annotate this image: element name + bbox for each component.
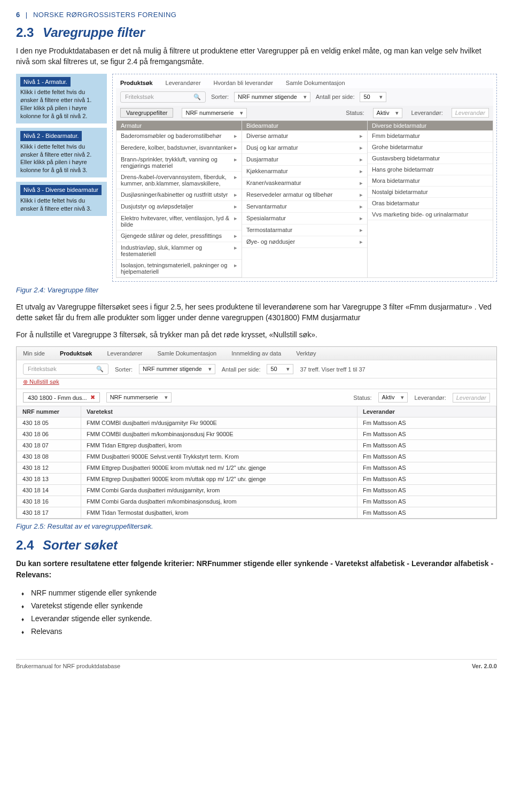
table-row[interactable]: 430 18 12FMM Ettgrep Dusjbatteri 9000E k… [17,462,496,474]
th-varetekst[interactable]: Varetekst [81,406,357,417]
chevron-right-icon[interactable]: ▸ [234,144,237,151]
search-input-2[interactable]: Fritekstsøk 🔍 [23,364,108,375]
app-screenshot-1: Produktsøk Leverandører Hvordan bli leve… [112,74,497,282]
sort-criteria-list: NRF nummer stigende eller synkende Varet… [21,586,497,638]
col2-header[interactable]: Bidearmatur [242,121,367,130]
leverandor-input[interactable]: Leverandør [452,108,489,118]
varegruppe-item[interactable]: Grohe bidetarmatur [368,142,493,153]
col3-header[interactable]: Diverse bidetarmatur [368,121,493,130]
varegruppe-item-label: Industriavløp, sluk, klammer og festemat… [121,244,234,257]
varegruppe-item[interactable]: Nostalgi bidetarmatur [368,187,493,198]
table-row[interactable]: 430 18 05FMM COMBI dusjbatteri m/dusjgar… [17,417,496,429]
varegruppe-item[interactable]: Kraner/vaskearmatur▸ [242,177,367,189]
nav2-leverandorer[interactable]: Leverandører [107,350,142,357]
nav-leverandorer[interactable]: Leverandører [166,80,201,86]
varegruppe-item[interactable]: Servantarmatur▸ [242,201,367,213]
varegruppe-item[interactable]: Mora bidetarmatur [368,175,493,187]
chevron-right-icon[interactable]: ▸ [360,156,363,163]
search-input[interactable]: Fritekstsøk 🔍 [120,91,206,103]
chevron-right-icon[interactable]: ▸ [234,191,237,198]
varegruppe-item[interactable]: Diverse armatur▸ [242,130,367,142]
nav2-innmelding[interactable]: Innmelding av data [231,350,281,357]
varegruppe-item[interactable]: Kjøkkenarmatur▸ [242,166,367,177]
chevron-right-icon[interactable]: ▸ [360,227,363,234]
chevron-right-icon[interactable]: ▸ [234,133,237,140]
chevron-right-icon[interactable]: ▸ [234,203,237,210]
nav2-minside[interactable]: Min side [23,350,45,357]
nav2-produktsok[interactable]: Produktsøk [60,350,92,357]
chevron-right-icon[interactable]: ▸ [360,180,363,187]
chevron-right-icon[interactable]: ▸ [234,233,237,239]
nrf-serie-select[interactable]: NRF nummerserie [182,108,247,118]
chevron-right-icon[interactable]: ▸ [234,156,237,169]
nrf-serie-select-2[interactable]: NRF nummerserie [106,392,172,403]
chevron-right-icon[interactable]: ▸ [360,133,363,140]
table-row[interactable]: 430 18 06FMM COMBI dusjbatteri m/kombina… [17,429,496,440]
varegruppe-item[interactable]: Fmm bidetarmatur [368,130,493,142]
chevron-right-icon[interactable]: ▸ [234,174,237,187]
varegruppe-item[interactable]: Vvs marketing bide- og urinalarmatur [368,209,493,220]
reset-search-link[interactable]: Nullstill søk [23,378,59,385]
varegruppe-item[interactable]: Beredere, kolber, badstuvner, isvanntank… [116,142,242,154]
table-row[interactable]: 430 18 17FMM Tidan Termostat dusjbatteri… [17,507,496,519]
table-row[interactable]: 430 18 16FMM Combi Garda dusjbatteri m/k… [17,496,496,507]
nav2-samle[interactable]: Samle Dokumentasjon [158,350,217,357]
annotation-3: Nivå 3 - Diverse bidearmatur Klikk i det… [16,182,107,216]
chevron-right-icon[interactable]: ▸ [360,203,363,210]
chevron-right-icon[interactable]: ▸ [234,262,237,275]
table-cell: FMM Tidan Termostat dusjbatteri, krom [81,507,357,519]
sort-select[interactable]: NRF nummer stigende [234,92,310,102]
chevron-right-icon[interactable]: ▸ [360,168,363,175]
nav2-verktoy[interactable]: Verktøy [296,350,316,357]
status-select-2[interactable]: Aktiv [378,392,408,403]
chevron-right-icon[interactable]: ▸ [234,215,237,228]
varegruppe-item[interactable]: Drens-/kabel-/overvannsystem, fiberduk, … [116,172,242,189]
varegruppe-item[interactable]: Industriavløp, sluk, klammer og festemat… [116,242,242,260]
sort-select-2[interactable]: NRF nummer stigende [139,364,215,374]
chevron-right-icon[interactable]: ▸ [360,144,363,151]
annotation-1: Nivå 1 - Armatur. Klikk i dette feltet h… [16,74,107,123]
leverandor-input-2[interactable]: Leverandør [453,393,490,403]
varegruppe-item[interactable]: Dusjløsninger/kabinetter og rustfritt ut… [116,189,242,201]
close-icon[interactable]: ✖ [90,394,95,401]
th-nrf[interactable]: NRF nummer [17,406,81,417]
perpage-select[interactable]: 50 [360,92,386,102]
varegruppe-item[interactable]: Baderomsmøbler og baderomstilbehør▸ [116,130,242,142]
varegruppe-item[interactable]: Dusj og kar armatur▸ [242,142,367,154]
nav-samle[interactable]: Samle Dokumentasjon [286,80,345,86]
varegruppe-item-label: Diverse armatur [246,133,288,140]
varegruppe-item[interactable]: Reservedeler armatur og tilbehør▸ [242,189,367,201]
varegruppe-item[interactable]: Brann-/sprinkler, trykkluft, vanning og … [116,154,242,172]
varegruppe-item[interactable]: Isolasjon, tetningsmateriell, pakninger … [116,260,242,277]
varegruppe-item-label: Gjengede stålrør og deler, pressfittings [121,233,222,239]
perpage-select-2[interactable]: 50 [267,364,293,374]
varegruppe-item[interactable]: Termostatarmatur▸ [242,225,367,236]
varegruppe-item[interactable]: Gjengede stålrør og deler, pressfittings… [116,230,242,242]
chevron-right-icon[interactable]: ▸ [360,238,363,245]
varegruppe-item[interactable]: Dusjarmatur▸ [242,154,367,166]
varegruppe-item[interactable]: Spesialarmatur▸ [242,213,367,225]
table-row[interactable]: 430 18 13FMM Ettgrep Dusjbatteri 9000E k… [17,474,496,485]
status-select[interactable]: Aktiv [373,108,403,118]
varegruppe-item-label: Fmm bidetarmatur [372,133,420,139]
col1-header[interactable]: Armatur [116,121,242,130]
nav-produktsok[interactable]: Produktsøk [120,80,153,86]
leverandor-label: Leverandør: [411,110,442,116]
th-leverandor[interactable]: Leverandør [357,406,496,417]
varegruppefilter-button[interactable]: Varegruppefilter [120,108,173,118]
nav-hvordan[interactable]: Hvordan bli leverandør [214,80,273,86]
filter-chip[interactable]: 430 1800 - Fmm dus... ✖ [23,392,100,403]
varegruppe-item[interactable]: Hans grohe bidetarmatr [368,164,493,175]
varegruppe-item[interactable]: Dusjutstyr og avløpsdetaljer▸ [116,201,242,213]
varegruppe-item[interactable]: Oras bidetarmatur [368,198,493,209]
varegruppe-item[interactable]: Elektro hvitevarer, vifter, ventilasjon,… [116,213,242,230]
table-row[interactable]: 430 18 14FMM Combi Garda dusjbatteri m/d… [17,485,496,496]
table-row[interactable]: 430 18 07FMM Tidan Ettgrep dusjbatteri, … [17,440,496,451]
chevron-right-icon[interactable]: ▸ [360,191,363,198]
varegruppe-item[interactable]: Øye- og nøddusjer▸ [242,236,367,248]
chevron-right-icon[interactable]: ▸ [234,244,237,257]
table-row[interactable]: 430 18 08FMM Dusjbatteri 9000E Selvst.ve… [17,451,496,462]
chevron-right-icon[interactable]: ▸ [360,215,363,222]
table-cell: FMM COMBI dusjbatteri m/kombinasjonsdusj… [81,429,357,440]
varegruppe-item[interactable]: Gustavsberg bidetarmatur [368,153,493,164]
